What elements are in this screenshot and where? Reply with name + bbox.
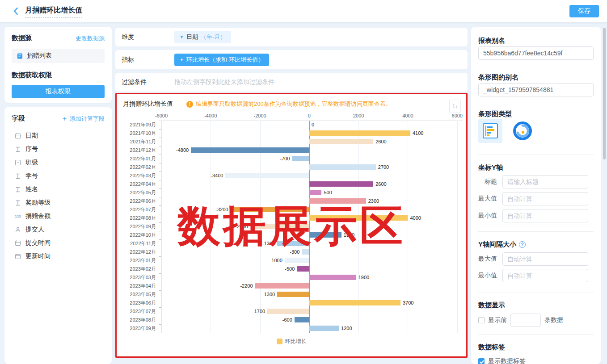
fields-card: 字段 ＋ 添加计算字段 日期序号班级学号姓名奖励等级123捐赠金额提交人提交时间… <box>4 107 112 364</box>
row-count-input[interactable] <box>510 314 541 327</box>
field-item[interactable]: 提交时间 <box>12 236 105 250</box>
document-icon <box>16 53 23 59</box>
bar <box>309 232 341 238</box>
warning-icon: ! <box>186 101 193 108</box>
text-icon <box>14 187 21 192</box>
y-interval-title: Y轴间隔大小? <box>478 240 526 249</box>
bar-row: -700 <box>161 155 463 163</box>
y-category-label: 2022年01月 <box>117 155 159 163</box>
bar-value-label: 2300 <box>368 198 379 204</box>
metric-label: 指标 <box>122 56 174 64</box>
field-item[interactable]: 序号 <box>12 142 105 156</box>
x-tick-label: -4000 <box>204 113 217 118</box>
field-item[interactable]: 学号 <box>12 169 105 183</box>
x-tick-label: 2000 <box>353 113 364 118</box>
bar-value-label: -500 <box>285 266 295 272</box>
bar <box>309 198 366 204</box>
y-category-label: 2022年03月 <box>117 172 159 180</box>
interval-max-input[interactable] <box>502 252 588 266</box>
legend-label: 环比增长 <box>285 338 307 345</box>
interval-min-input[interactable] <box>502 269 588 282</box>
bar <box>285 258 309 263</box>
report-permission-button[interactable]: 报表权限 <box>12 85 105 98</box>
widget-alias-input[interactable] <box>478 83 594 96</box>
y-category-label: 2021年09月 <box>117 121 159 129</box>
x-tick-label: -6000 <box>155 113 168 118</box>
calendar-icon <box>14 240 21 246</box>
report-alias-input[interactable] <box>478 46 594 60</box>
bar-value-label: -2400 <box>235 224 248 230</box>
category-axis: 2021年09月2021年10月2021年11月2021年12月2022年01月… <box>117 121 159 333</box>
field-item[interactable]: 姓名 <box>12 183 105 196</box>
bar-chart-type-icon[interactable] <box>478 119 502 143</box>
show-data-label-checkbox[interactable] <box>478 358 485 364</box>
filter-label: 过滤条件 <box>122 78 174 86</box>
bar-value-label: -3400 <box>211 173 223 179</box>
datasource-name: 捐赠列表 <box>27 52 52 60</box>
bar <box>309 190 322 195</box>
chart-legend[interactable]: 环比增长 <box>117 338 466 345</box>
text-icon <box>14 200 21 206</box>
bar <box>309 164 376 170</box>
bar-row: -1300 <box>161 290 463 299</box>
metric-pill[interactable]: ▼ 环比增长（求和-环比增长值） <box>174 54 269 66</box>
bar-value-label: 2600 <box>375 139 386 145</box>
bar-value-label: 2700 <box>378 164 389 170</box>
min-label: 最小值 <box>478 272 497 280</box>
field-item[interactable]: 123捐赠金额 <box>12 209 105 223</box>
text-icon <box>14 173 21 179</box>
min-label: 最小值 <box>478 212 497 220</box>
permission-title: 数据获取权限 <box>12 71 105 79</box>
bar-value-label: 3700 <box>403 300 413 306</box>
bar-row: -1300 <box>161 239 463 248</box>
bar-row: 1300 <box>161 231 463 239</box>
show-first-checkbox[interactable] <box>478 317 485 323</box>
field-item[interactable]: 日期 <box>12 129 105 142</box>
bar <box>309 275 356 280</box>
preview-warning: ! 编辑界面只取数据源前200条作为查询数据预览，完整数据请访问页面查看。 <box>186 100 392 108</box>
save-button[interactable]: 保存 <box>569 5 599 17</box>
add-calc-field-link[interactable]: ＋ 添加计算字段 <box>61 114 105 123</box>
y-category-label: 2022年12月 <box>117 248 159 256</box>
help-icon[interactable]: ? <box>519 241 526 248</box>
y-category-label: 2022年10月 <box>117 231 159 239</box>
y-category-label: 2023年04月 <box>117 282 159 290</box>
chevron-down-icon: ▼ <box>180 58 184 62</box>
bar <box>277 241 309 246</box>
datasource-item[interactable]: 捐赠列表 <box>12 49 105 63</box>
bar <box>309 326 339 331</box>
field-item[interactable]: 提交人 <box>12 223 105 236</box>
back-icon[interactable] <box>11 6 21 17</box>
change-datasource-link[interactable]: 更改数据源 <box>76 34 105 42</box>
data-display-title: 数据显示 <box>478 301 505 310</box>
max-label: 最大值 <box>478 255 497 263</box>
radial-chart-type-icon[interactable] <box>510 119 535 143</box>
bar <box>292 156 309 161</box>
show-first-label: 显示前 <box>488 316 507 324</box>
y-category-label: 2023年07月 <box>117 307 159 316</box>
sort-toggle-icon[interactable]: 1↓ <box>449 100 461 113</box>
y-min-input[interactable] <box>502 209 588 222</box>
field-item[interactable]: 奖励等级 <box>12 196 105 209</box>
filter-row[interactable]: 过滤条件 拖动左侧字段到此处来添加过滤条件 <box>115 73 468 92</box>
bar-row: 1200 <box>161 324 463 333</box>
bar-value-label: 4100 <box>413 130 423 136</box>
max-label: 最大值 <box>478 195 497 203</box>
bar <box>250 224 309 229</box>
data-label-title: 数据标签 <box>478 343 505 351</box>
y-axis-title: 坐标Y轴 <box>478 163 503 172</box>
field-item[interactable]: 班级 <box>12 156 105 169</box>
scrollbar[interactable] <box>603 28 606 159</box>
person-icon <box>14 226 21 233</box>
dimension-pill[interactable]: ▼ 日期（年-月） <box>174 31 231 43</box>
bar-value-label: 2600 <box>375 181 386 187</box>
bar-row: 2700 <box>161 163 463 172</box>
bar-row: 0 <box>161 121 463 129</box>
plus-icon: ＋ <box>61 114 70 122</box>
field-item[interactable]: 更新时间 <box>12 250 105 263</box>
bar <box>230 207 309 212</box>
settings-panel: 报表别名 条形图的别名 条形图类型 坐标Y轴 标题 最大值 最小值 Y轴间隔大小… <box>471 27 601 364</box>
y-max-input[interactable] <box>502 192 588 205</box>
bar-value-label: -700 <box>280 156 290 162</box>
axis-title-input[interactable] <box>502 175 588 188</box>
